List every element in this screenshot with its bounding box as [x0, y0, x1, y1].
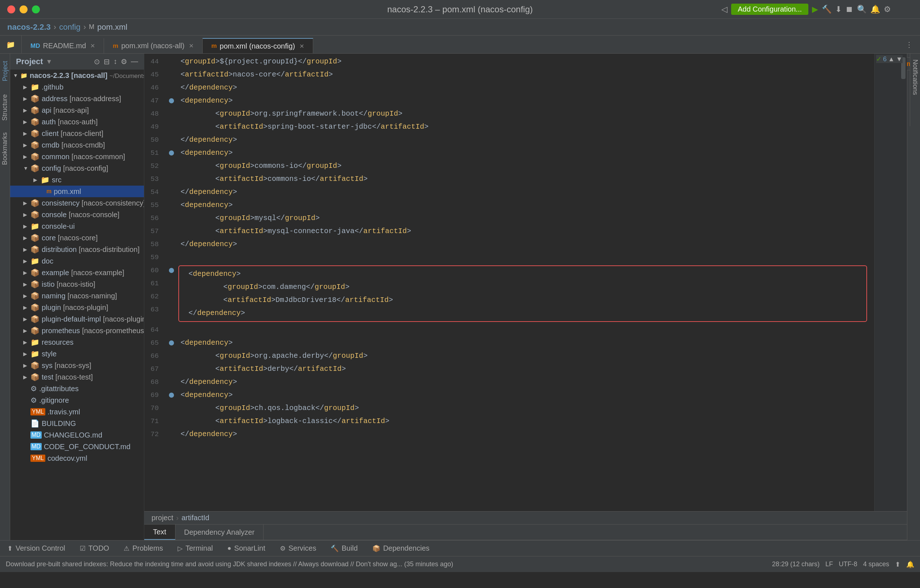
tree-naming[interactable]: ▶ 📦 naming [nacos-naming] [10, 290, 144, 301]
tree-changelog[interactable]: ▶ MD CHANGELOG.md [10, 429, 144, 441]
tool-terminal[interactable]: ▷ Terminal [170, 541, 220, 556]
expand-icon[interactable]: ↕ [113, 57, 117, 66]
notification-icon[interactable]: 🔔 [906, 560, 914, 569]
tree-consistency[interactable]: ▶ 📦 consistency [nacos-consistency] [10, 197, 144, 209]
notifications-tab[interactable]: Notifications [910, 53, 920, 101]
stop-button[interactable]: ⏹ [845, 5, 853, 14]
tree-prometheus[interactable]: ▶ 📦 prometheus [nacos-prometheus] [10, 325, 144, 337]
tree-arrow-client: ▶ [23, 131, 31, 136]
tree-client[interactable]: ▶ 📦 client [nacos-client] [10, 128, 144, 139]
bookmarks-panel-tab[interactable]: Bookmarks [0, 126, 11, 171]
indent[interactable]: 4 spaces [863, 560, 889, 568]
tree-github[interactable]: ▶ 📁 .github [10, 81, 144, 93]
gear-icon[interactable]: ⚙ [121, 57, 127, 66]
terminal-icon: ▷ [178, 544, 183, 552]
tree-core[interactable]: ▶ 📦 core [nacos-core] [10, 232, 144, 244]
tree-distribution[interactable]: ▶ 📦 distribution [nacos-distribution] [10, 244, 144, 255]
collapse-all-icon[interactable]: ⊟ [104, 57, 110, 66]
tree-pom-xml[interactable]: ▶ m pom.xml [10, 186, 144, 197]
tree-travis[interactable]: ▶ YML .travis.yml [10, 406, 144, 418]
project-panel-tab[interactable]: Project [0, 53, 11, 89]
tree-example[interactable]: ▶ 📦 example [nacos-example] [10, 267, 144, 279]
add-configuration-button[interactable]: Add Configuration... [731, 3, 808, 15]
tree-auth[interactable]: ▶ 📦 auth [nacos-auth] [10, 116, 144, 128]
tab-readme[interactable]: MD README.md ✕ [22, 38, 104, 53]
tree-console-ui[interactable]: ▶ 📁 console-ui [10, 220, 144, 232]
structure-panel-tab[interactable]: Structure [0, 89, 11, 126]
bottom-toolwindows: ⬆ Version Control ☑ TODO ⚠ Problems ▷ Te… [0, 540, 920, 556]
locate-icon[interactable]: ⊙ [94, 57, 100, 66]
code-line-63-outer: 63 [144, 303, 177, 316]
tree-sys[interactable]: ▶ 📦 sys [nacos-sys] [10, 360, 144, 371]
yml-codecov-icon: YML [31, 455, 45, 462]
vc-icon: ⬆ [7, 544, 13, 552]
notification-text[interactable]: Download pre-built shared indexes: Reduc… [6, 560, 453, 568]
tree-resources[interactable]: ▶ 📁 resources [10, 337, 144, 348]
tool-version-control[interactable]: ⬆ Version Control [0, 541, 73, 556]
tab-close-pom-config[interactable]: ✕ [300, 43, 304, 50]
tree-api[interactable]: ▶ 📦 api [nacos-api] [10, 104, 144, 116]
module-icon-example: 📦 [31, 268, 39, 277]
tree-arrow-src: ▶ [33, 177, 40, 183]
tree-arrow-prometheus: ▶ [23, 328, 31, 334]
tree-console[interactable]: ▶ 📦 console [nacos-console] [10, 209, 144, 220]
tree-common[interactable]: ▶ 📦 common [nacos-common] [10, 151, 144, 162]
project-toggle[interactable]: 📁 [0, 36, 22, 53]
tab-close-readme[interactable]: ✕ [90, 42, 95, 49]
tree-gitattributes[interactable]: ▶ ⚙ .gitattributes [10, 383, 144, 394]
tree-code-of-conduct[interactable]: ▶ MD CODE_OF_CONDUCT.md [10, 441, 144, 452]
maximize-button[interactable] [32, 5, 40, 13]
tree-codecov[interactable]: ▶ YML codecov.yml [10, 452, 144, 464]
tool-build[interactable]: 🔨 Build [323, 541, 364, 556]
dropdown-icon[interactable]: ▼ [46, 58, 53, 66]
tree-gitignore[interactable]: ▶ ⚙ .gitignore [10, 394, 144, 406]
chevron-up-icon[interactable]: ▲ [888, 55, 895, 63]
tree-src[interactable]: ▶ 📁 src [10, 174, 144, 186]
debug-button[interactable]: ⬇ [835, 5, 842, 14]
tree-config[interactable]: ▼ 📦 config [nacos-config] [10, 162, 144, 174]
breadcrumb-config[interactable]: config [59, 23, 81, 32]
tree-plugin[interactable]: ▶ 📦 plugin [nacos-plugin] [10, 301, 144, 313]
tool-dependencies[interactable]: 📦 Dependencies [365, 541, 437, 556]
tree-cmdb[interactable]: ▶ 📦 cmdb [nacos-cmdb] [10, 139, 144, 151]
editor-content[interactable]: 44 <groupId>${project.groupId}</groupId>… [144, 53, 874, 511]
encoding[interactable]: UTF-8 [839, 560, 857, 568]
minimize-button[interactable] [19, 5, 28, 13]
tab-dependency-analyzer[interactable]: Dependency Analyzer [175, 525, 264, 540]
tool-todo[interactable]: ☑ TODO [73, 541, 117, 556]
tree-address[interactable]: ▶ 📦 address [nacos-address] [10, 93, 144, 104]
tree-doc[interactable]: ▶ 📁 doc [10, 255, 144, 267]
tree-arrow-istio: ▶ [23, 281, 31, 287]
chevron-down-icon[interactable]: ▼ [896, 55, 902, 63]
run-button[interactable]: ▶ [812, 5, 818, 14]
tab-close-pom-all[interactable]: ✕ [189, 42, 194, 49]
tree-style[interactable]: ▶ 📁 style [10, 348, 144, 360]
settings-button[interactable]: ⚙ [884, 5, 891, 14]
tree-test[interactable]: ▶ 📦 test [nacos-test] [10, 371, 144, 383]
breadcrumb-file[interactable]: pom.xml [97, 23, 127, 32]
file-icon-building: 📄 [31, 419, 39, 428]
tool-problems[interactable]: ⚠ Problems [117, 541, 170, 556]
tool-services[interactable]: ⚙ Services [272, 541, 324, 556]
tab-more-button[interactable]: ⋮ [905, 40, 913, 49]
build-button[interactable]: 🔨 [822, 5, 831, 14]
notification-button[interactable]: 🔔 [870, 5, 880, 14]
code-line-66: 66 <groupId>org.apache.derby</groupId> [144, 350, 874, 363]
search-button[interactable]: 🔍 [857, 5, 867, 14]
tree-plugin-default[interactable]: ▶ 📦 plugin-default-impl [nacos-plugin-de… [10, 313, 144, 325]
tab-text[interactable]: Text [144, 525, 175, 540]
tab-bar: 📁 MD README.md ✕ m pom.xml (nacos-all) ✕… [0, 36, 920, 53]
line-ending[interactable]: LF [825, 560, 833, 568]
close-button[interactable] [7, 5, 15, 13]
tree-building[interactable]: ▶ 📄 BUILDING [10, 418, 144, 429]
module-icon-naming: 📦 [31, 292, 39, 300]
tab-pom-config[interactable]: m pom.xml (nacos-config) ✕ [202, 38, 313, 53]
statusbar-left: Download pre-built shared indexes: Reduc… [6, 560, 453, 568]
tab-pom-all[interactable]: m pom.xml (nacos-all) ✕ [104, 38, 202, 53]
tree-istio[interactable]: ▶ 📦 istio [nacos-istio] [10, 279, 144, 290]
tool-sonarlint[interactable]: ● SonarLint [220, 541, 272, 556]
breadcrumb-project[interactable]: nacos-2.2.3 [7, 23, 51, 32]
tree-root[interactable]: ▼ 📁 nacos-2.2.3 [nacos-all] ~/Documents/… [10, 70, 144, 81]
close-sidebar-icon[interactable]: — [131, 57, 138, 66]
back-button[interactable]: ◁ [721, 5, 727, 14]
